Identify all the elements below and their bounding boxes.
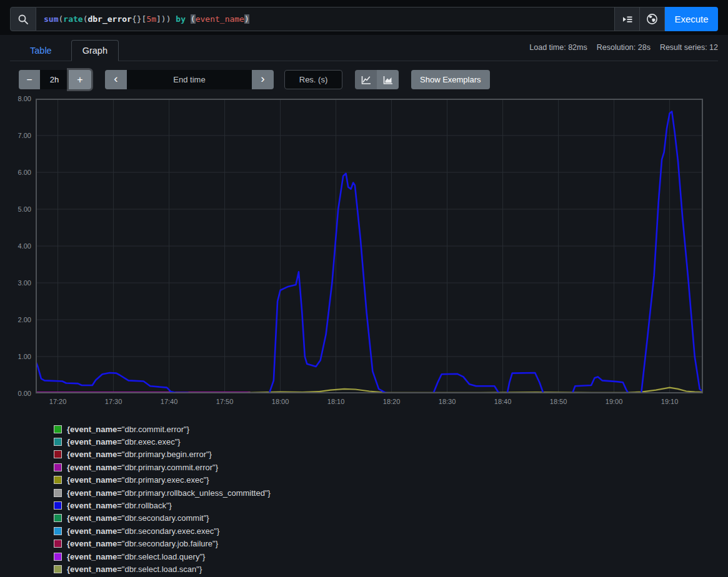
line-chart-icon: [361, 75, 371, 85]
resolution-stat: Resolution: 28s: [597, 43, 651, 52]
metrics-explorer-button[interactable]: [615, 7, 640, 31]
range-zoom-in-button[interactable]: +: [69, 70, 91, 89]
graph-type-toggle: [355, 70, 399, 89]
x-tick-label: 19:00: [596, 398, 633, 405]
legend-item[interactable]: {event_name="dbr.rollback"}: [54, 499, 271, 511]
metrics-explorer-icon: [622, 14, 633, 25]
line-graph-toggle-button[interactable]: [355, 70, 377, 89]
legend-swatch: [54, 450, 62, 458]
graph-controls: − + ‹ › Show Exemplars: [19, 70, 490, 89]
y-tick-label: 0.00: [0, 390, 31, 397]
legend-series-name: {event_name="dbr.exec.exec"}: [67, 437, 181, 446]
legend-item[interactable]: {event_name="dbr.commit.error"}: [54, 423, 271, 435]
y-tick-label: 7.00: [0, 132, 31, 139]
legend-swatch: [54, 540, 62, 548]
show-exemplars-button[interactable]: Show Exemplars: [411, 70, 490, 89]
x-tick-label: 18:30: [429, 398, 466, 405]
x-tick-label: 17:50: [206, 398, 244, 405]
legend-swatch: [54, 489, 62, 497]
legend-item[interactable]: {event_name="dbr.secondary.exec.exec"}: [54, 525, 271, 537]
x-tick-label: 18:40: [484, 398, 522, 405]
legend-series-name: {event_name="dbr.primary.begin.error"}: [67, 450, 212, 459]
legend-item[interactable]: {event_name="dbr.select.load.query"}: [54, 550, 271, 563]
y-tick-label: 1.00: [0, 353, 31, 360]
resolution-input[interactable]: [284, 70, 342, 89]
legend: {event_name="dbr.commit.error"}{event_na…: [54, 423, 271, 576]
legend-item[interactable]: {event_name="dbr.select.load.scan"}: [54, 563, 271, 575]
query-toolbar: sum(rate(dbr_error{}[5m])) by (event_nam…: [0, 0, 728, 35]
legend-swatch: [54, 438, 62, 446]
query-input[interactable]: sum(rate(dbr_error{}[5m])) by (event_nam…: [36, 7, 615, 31]
tab-graph[interactable]: Graph: [71, 40, 119, 61]
stacked-chart-icon: [383, 75, 393, 85]
legend-series-name: {event_name="dbr.secondary.job.failure"}: [67, 539, 218, 548]
legend-item[interactable]: {event_name="dbr.secondary.commit"}: [54, 512, 271, 525]
legend-series-name: {event_name="dbr.commit.error"}: [67, 425, 189, 434]
stacked-graph-toggle-button[interactable]: [377, 70, 399, 89]
legend-swatch: [54, 476, 62, 484]
globe-button[interactable]: [640, 7, 665, 31]
legend-series-name: {event_name="dbr.select.load.query"}: [67, 552, 205, 561]
x-tick-label: 17:40: [151, 398, 188, 405]
legend-item[interactable]: {event_name="dbr.primary.rollback_unless…: [54, 486, 271, 499]
y-tick-label: 4.00: [0, 242, 31, 250]
prometheus-app: sum(rate(dbr_error{}[5m])) by (event_nam…: [0, 0, 728, 577]
x-tick-label: 19:10: [651, 398, 689, 405]
load-time-stat: Load time: 82ms: [529, 43, 587, 52]
legend-series-name: {event_name="dbr.primary.exec.exec"}: [67, 475, 209, 485]
legend-item[interactable]: {event_name="dbr.primary.exec.exec"}: [54, 474, 271, 486]
legend-swatch: [54, 514, 62, 522]
legend-swatch: [54, 553, 62, 561]
range-input[interactable]: [40, 70, 69, 89]
legend-swatch: [54, 527, 62, 535]
chart-area: 0.001.002.003.004.005.006.007.008.00 17:…: [0, 99, 728, 407]
query-search-button[interactable]: [10, 7, 36, 31]
time-back-button[interactable]: ‹: [105, 70, 127, 89]
x-tick-label: 18:00: [262, 398, 299, 405]
legend-series-name: {event_name="dbr.secondary.commit"}: [67, 513, 209, 523]
x-tick-label: 17:30: [95, 398, 132, 405]
y-tick-label: 5.00: [0, 205, 31, 213]
tabs: Table Graph Load time: 82ms Resolution: …: [10, 38, 718, 61]
x-tick-label: 18:50: [540, 398, 577, 405]
legend-item[interactable]: {event_name="dbr.secondary.job.failure"}: [54, 538, 271, 550]
search-icon: [17, 14, 29, 25]
legend-swatch: [54, 501, 62, 510]
legend-series-name: {event_name="dbr.secondary.exec.exec"}: [67, 526, 219, 536]
series-line: [248, 388, 703, 393]
tab-table[interactable]: Table: [19, 40, 63, 61]
time-forward-button[interactable]: ›: [252, 70, 274, 89]
legend-series-name: {event_name="dbr.select.load.scan"}: [67, 565, 202, 574]
execute-button[interactable]: Execute: [665, 7, 718, 31]
legend-swatch: [54, 425, 62, 433]
x-tick-label: 17:20: [39, 398, 77, 405]
legend-series-name: {event_name="dbr.primary.commit.error"}: [67, 463, 218, 472]
globe-icon: [646, 13, 658, 25]
y-tick-label: 2.00: [0, 316, 31, 323]
series-line: [36, 112, 703, 393]
legend-item[interactable]: {event_name="dbr.exec.exec"}: [54, 435, 271, 448]
legend-series-name: {event_name="dbr.rollback"}: [67, 501, 172, 510]
y-tick-label: 8.00: [0, 95, 31, 102]
y-tick-label: 6.00: [0, 169, 31, 176]
result-series-stat: Result series: 12: [660, 43, 718, 52]
query-group: sum(rate(dbr_error{}[5m])) by (event_nam…: [10, 7, 718, 31]
range-zoom-out-button[interactable]: −: [19, 70, 40, 89]
query-stats: Load time: 82ms Resolution: 28s Result s…: [529, 43, 718, 61]
graph-plot[interactable]: [36, 99, 703, 393]
y-tick-label: 3.00: [0, 279, 31, 287]
legend-item[interactable]: {event_name="dbr.primary.begin.error"}: [54, 448, 271, 461]
end-time-input[interactable]: [127, 70, 252, 89]
legend-item[interactable]: {event_name="dbr.primary.commit.error"}: [54, 461, 271, 473]
legend-swatch: [54, 463, 62, 471]
end-time-control: ‹ ›: [105, 70, 274, 89]
x-tick-label: 18:20: [373, 398, 411, 405]
legend-swatch: [54, 565, 62, 573]
x-tick-label: 18:10: [317, 398, 355, 405]
legend-series-name: {event_name="dbr.primary.rollback_unless…: [67, 488, 271, 498]
range-control: − +: [19, 70, 91, 89]
